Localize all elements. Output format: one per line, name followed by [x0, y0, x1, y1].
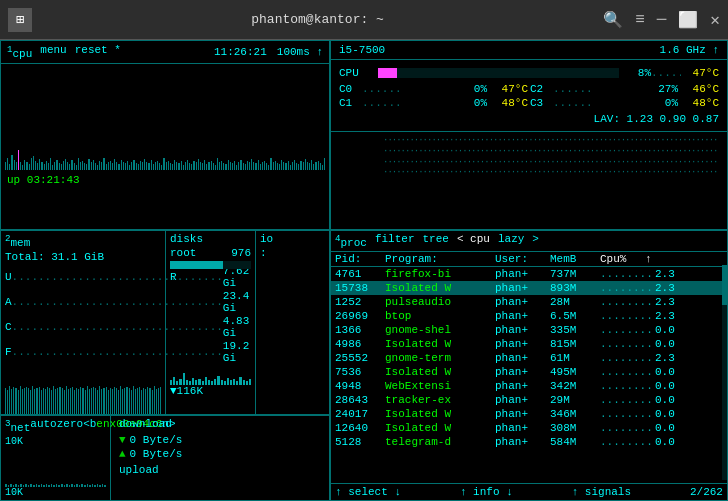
col-memb: MemB	[550, 253, 600, 265]
core-c3-dots: ......	[553, 97, 650, 109]
net-panel: 3net auto zero <b enx00e04c6 n> 10K	[0, 415, 330, 501]
mem-title: 2mem	[5, 233, 161, 249]
core-c0: C0 ...... 0% 47°C	[339, 83, 528, 95]
proc-row[interactable]: 24017 Isolated W phan+ 346M ........ 0.0	[331, 407, 727, 421]
proc-row[interactable]: 7536 Isolated W phan+ 495M ........ 0.0	[331, 365, 727, 379]
col-program: Program:	[385, 253, 495, 265]
net-up-arrow-icon: ▲	[119, 448, 126, 460]
mem-total: Total: 31.1 GiB	[5, 251, 161, 263]
cpu-graph-area	[1, 64, 329, 172]
cpu-info-content: CPU 8% ......... 47°C C0 ...... 0% 47°C …	[331, 60, 727, 131]
net-header-row: 3net auto zero <b enx00e04c6 n>	[5, 418, 106, 434]
cpu-main-temp: 47°C	[681, 67, 719, 79]
mem-a-row: A ................................ 23.4 …	[5, 290, 161, 314]
mem-section: 2mem Total: 31.1 GiB U .................…	[1, 231, 166, 415]
disk-root-bar-fill	[170, 261, 223, 269]
mem-u-key: U	[5, 271, 12, 283]
cpu-reset[interactable]: reset *	[75, 44, 121, 60]
mem-panel: 2mem Total: 31.1 GiB U .................…	[0, 230, 330, 415]
cpu-main-bar-fill	[378, 68, 397, 78]
net-graph	[5, 447, 106, 487]
proc-row[interactable]: 5128 telegram-d phan+ 584M ........ 0.0	[331, 435, 727, 449]
search-button[interactable]: 🔍	[603, 10, 623, 30]
core-c0-pct: 0%	[462, 83, 487, 95]
maximize-button[interactable]: ⬜	[678, 10, 698, 30]
cpu-time-interval: 11:26:21 100ms ↑	[214, 46, 323, 58]
proc-panel-header: 4proc filter tree < cpu lazy >	[331, 231, 727, 252]
titlebar: ⊞ phantom@kantor: ~ 🔍 ≡ ─ ⬜ ✕	[0, 0, 728, 40]
core-c0-name: C0	[339, 83, 359, 95]
cpu-panel-label: 1cpu menu reset *	[7, 44, 121, 60]
cpu-uptime: up 03:21:43	[1, 172, 329, 188]
proc-scrollbar[interactable]	[722, 265, 727, 480]
core-c2-pct: 27%	[653, 83, 678, 95]
proc-row[interactable]: 26969 btop phan+ 6.5M ........ 2.3	[331, 309, 727, 323]
disk-root-header: root 976	[170, 247, 251, 259]
net-right: download ▼ 0 Byte/s ▲ 0 Byte/s upload	[111, 416, 329, 500]
proc-row[interactable]: 12640 Isolated W phan+ 308M ........ 0.0	[331, 421, 727, 435]
mem-graph	[5, 368, 161, 415]
disk-graph	[170, 285, 251, 385]
proc-row[interactable]: 4948 WebExtensi phan+ 342M ........ 0.0	[331, 379, 727, 393]
proc-row[interactable]: 4986 Isolated W phan+ 815M ........ 0.0	[331, 337, 727, 351]
proc-select[interactable]: ↑ select ↓	[335, 486, 401, 498]
net-download-speed-row: ▼ 0 Byte/s	[119, 434, 321, 446]
net-auto[interactable]: auto	[30, 418, 56, 434]
proc-tree-label[interactable]: tree	[423, 233, 449, 249]
net-upload-speed-row: ▲ 0 Byte/s	[119, 448, 321, 460]
cpu-main-label: CPU	[339, 67, 374, 79]
lav-row: LAV: 1.23 0.90 0.87	[339, 109, 719, 127]
core-c0-dots: ......	[362, 83, 459, 95]
close-button[interactable]: ✕	[710, 10, 720, 30]
core-c1-temp: 48°C	[490, 97, 528, 109]
disk-root-val: 976	[231, 247, 251, 259]
net-down-speed: 0 Byte/s	[130, 434, 183, 446]
net-label: 3net	[5, 418, 30, 434]
proc-expand-label[interactable]: >	[532, 233, 539, 249]
cpu-info-panel: i5-7500 1.6 GHz ↑ CPU 8% ......... 47°C …	[330, 40, 728, 230]
mem-u-row: U ................................ 7.62 …	[5, 265, 161, 289]
proc-row[interactable]: 1252 pulseaudio phan+ 28M ........ 2.3	[331, 295, 727, 309]
proc-row[interactable]: 28643 tracker-ex phan+ 29M ........ 0.0	[331, 393, 727, 407]
cpu-info-header: i5-7500 1.6 GHz ↑	[331, 41, 727, 60]
proc-lazy-label[interactable]: lazy	[498, 233, 524, 249]
proc-info[interactable]: ↑ info ↓	[460, 486, 513, 498]
cpu-menu[interactable]: menu	[40, 44, 66, 60]
cpu-cores-grid: C0 ...... 0% 47°C C2 ...... 27% 46°C C1 …	[339, 83, 719, 109]
cpu-label: 1cpu	[7, 44, 32, 60]
menu-button[interactable]: ≡	[635, 11, 645, 29]
net-top-val: 10K	[5, 436, 106, 447]
mem-c-key: C	[5, 321, 12, 333]
terminal-icon: ⊞	[8, 8, 32, 32]
proc-filter-label[interactable]: filter	[375, 233, 415, 249]
net-left: 3net auto zero <b enx00e04c6 n> 10K	[1, 416, 111, 500]
net-b: <b	[83, 418, 96, 434]
proc-scrollbar-thumb	[722, 265, 727, 305]
net-bottom-val: 10K	[5, 487, 106, 498]
net-zero[interactable]: zero	[57, 418, 83, 434]
io-title: io	[260, 233, 322, 245]
net-down-arrow-icon: ▼	[119, 434, 126, 446]
proc-signals[interactable]: ↑ signals	[572, 486, 631, 498]
cpu-main-bar-container	[378, 68, 619, 78]
core-c0-temp: 47°C	[490, 83, 528, 95]
net-upload-label: upload	[119, 464, 321, 476]
disk-r-label: R	[170, 271, 251, 283]
core-c1: C1 ...... 0% 48°C	[339, 97, 528, 109]
core-c3: C3 ...... 0% 48°C	[530, 97, 719, 109]
disks-section: disks root 976 R	[166, 231, 256, 415]
cpu-freq: 1.6 GHz ↑	[660, 44, 719, 56]
cpu-graph	[5, 66, 325, 170]
proc-row[interactable]: 4761 firefox-bi phan+ 737M ........ 2.3	[331, 267, 727, 281]
mem-f-key: F	[5, 346, 12, 358]
proc-row-selected[interactable]: 15738 Isolated W phan+ 893M ........ 2.3	[331, 281, 727, 295]
core-c3-temp: 48°C	[681, 97, 719, 109]
proc-cpu-sort-label[interactable]: < cpu	[457, 233, 490, 249]
proc-row[interactable]: 25552 gnome-term phan+ 61M ........ 2.3	[331, 351, 727, 365]
proc-footer: ↑ select ↓ ↑ info ↓ ↑ signals 2/262	[331, 483, 727, 500]
proc-row[interactable]: 1366 gnome-shel phan+ 335M ........ 0.0	[331, 323, 727, 337]
disk-bottom: ▼116K	[170, 385, 251, 397]
minimize-button[interactable]: ─	[657, 11, 667, 29]
disk-root-label: root	[170, 247, 196, 259]
mem-c-row: C ................................ 4.83 …	[5, 315, 161, 339]
